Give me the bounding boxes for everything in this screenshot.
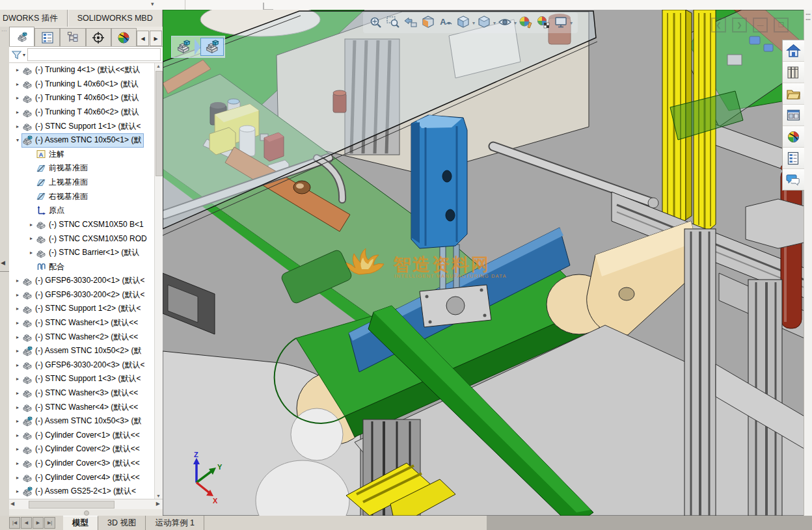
expand-arrow[interactable]: ▸ [13, 334, 22, 340]
tree-row[interactable]: ▸(-) STNC Washer<1> (默认<< [9, 316, 163, 330]
tree-row[interactable]: ▸(-) Assem STNC 10x50<3> (默 [9, 414, 163, 429]
expand-arrow[interactable]: ▸ [13, 488, 22, 494]
scroll-right-icon[interactable]: ▶ [156, 501, 160, 507]
taskpane-solidworks-forum-button[interactable] [783, 169, 804, 190]
tree-item[interactable]: 右视基准面 [36, 190, 90, 203]
tree-item[interactable]: (-) STNC Washer<4> (默认<< [22, 401, 140, 414]
tree-row[interactable]: ▸(-) Cylinder Cover<4> (默认<< [9, 470, 163, 484]
scroll-thumb[interactable] [29, 501, 115, 509]
tree-row[interactable]: ▸(-) Trunking 4<1> (默认<<默认 [9, 63, 163, 77]
expand-arrow[interactable]: ▸ [13, 124, 22, 129]
expand-arrow[interactable]: ▸ [13, 460, 22, 466]
expand-arrow[interactable]: ▸ [27, 250, 36, 256]
scroll-thumb[interactable] [156, 71, 163, 176]
tree-row[interactable]: ▸(-) Assem GS25-2<1> (默认< [9, 484, 163, 499]
previous-view-button[interactable] [403, 15, 419, 31]
tree-item[interactable]: (-) GFSP6-3030-200<1> (默认< [22, 274, 146, 287]
apply-scene-button[interactable] [536, 15, 552, 31]
tree-item[interactable]: 上视基准面 [36, 176, 90, 189]
ghost-minimize[interactable]: — [753, 18, 768, 33]
tree-item[interactable]: (-) Assem STNC 10x50<1> (默 [22, 134, 143, 147]
tree-item[interactable]: (-) Cylinder Cover<1> (默认<< [22, 429, 142, 442]
view-orientation-button[interactable]: ▾ [456, 15, 475, 31]
tree-item[interactable]: (-) STNC Washer<3> (默认<< [22, 386, 140, 399]
expand-arrow[interactable]: ▸ [13, 446, 22, 452]
tab-scroll-1[interactable]: ◀ [21, 517, 32, 529]
taskpane-design-library-button[interactable] [783, 62, 804, 83]
panel-splitter[interactable] [9, 509, 163, 516]
tree-item[interactable]: (-) Assem STNC 10x50<3> (默 [22, 415, 143, 428]
tree-item[interactable]: (-) STNC Washer<1> (默认<< [22, 316, 140, 329]
ribbon-tab-dworks-插件[interactable]: DWORKS 插件 [0, 10, 68, 27]
taskpane-custom-properties-button[interactable] [783, 148, 804, 169]
expand-arrow[interactable]: ▸ [13, 348, 22, 354]
tree-row[interactable]: 注解 [9, 148, 163, 162]
tree-item[interactable]: (-) GFSP6-3030-200<2> (默认< [22, 288, 146, 301]
tree-item[interactable]: (-) STNC CXSM10X50 ROD [36, 232, 149, 245]
taskpane-view-palette-button[interactable] [783, 105, 804, 126]
scroll-down-icon[interactable]: ▼ [156, 494, 161, 498]
tree-item[interactable]: (-) STNC Support 1<1> (默认< [22, 120, 142, 133]
section-view-button[interactable] [421, 15, 437, 31]
display-style-button[interactable]: ▾ [477, 15, 496, 31]
tree-row[interactable]: ▸(-) STNC Washer<4> (默认<< [9, 400, 163, 414]
tab-scroll-3[interactable]: ▶| [44, 517, 55, 529]
task-pane-strip[interactable]: •••••• [804, 10, 812, 530]
doc-tab-1[interactable]: 3D 视图 [98, 516, 146, 530]
expand-arrow[interactable]: ▸ [13, 362, 22, 368]
annotation-view-button[interactable] [439, 15, 454, 31]
taskpane-home-button[interactable] [783, 40, 804, 62]
expand-arrow[interactable]: ▸ [13, 292, 22, 298]
tree-item[interactable]: (-) Assem GS25-2<1> (默认< [22, 485, 138, 498]
tree-row[interactable]: 配合 [9, 259, 163, 274]
tree-item[interactable]: (-) GFSP6-3030-200<3> (默认< [22, 358, 146, 371]
tab-scroll-0[interactable]: |◀ [9, 517, 20, 529]
ribbon-tab-solidworks-mbd[interactable]: SOLIDWORKS MBD [68, 10, 163, 27]
view-orientation-caret-icon[interactable]: ▾ [472, 20, 475, 26]
tree-item[interactable]: 原点 [36, 204, 66, 217]
tree-item[interactable]: 配合 [36, 260, 66, 273]
filter-caret-icon[interactable]: ▾ [23, 52, 25, 58]
tree-row[interactable]: ▸(-) Trunking T 40x60<2> (默认 [9, 105, 163, 120]
tree-row[interactable]: ▸(-) Cylinder Cover<3> (默认<< [9, 457, 163, 471]
hide-show-items-button[interactable]: ▾ [498, 15, 517, 31]
panel-tab-displaymanager[interactable] [111, 28, 137, 46]
expand-arrow[interactable]: ▸ [13, 404, 22, 410]
tree-row[interactable]: ▸(-) STNC Washer<2> (默认<< [9, 330, 163, 344]
tree-item[interactable]: (-) STNC Support 1<3> (默认< [22, 373, 142, 386]
tree-vertical-scrollbar[interactable]: ▲ ▼ [154, 63, 163, 499]
3d-model-scene[interactable]: 智造资料网 INTELLIGENT MANUFACTURING DATA Z Y… [163, 10, 804, 516]
tree-row[interactable]: ▸(-) STNC CXSM10X50 ROD [9, 232, 163, 246]
expand-arrow[interactable]: ▸ [27, 222, 36, 228]
panel-tab-featuremanager-design-tree[interactable] [9, 27, 34, 46]
expand-arrow[interactable]: ▸ [13, 390, 22, 396]
tree-item[interactable]: (-) Assem STNC 10x50<2> (默 [22, 345, 143, 358]
tree-item[interactable]: (-) STNC Washer<2> (默认<< [22, 330, 140, 343]
taskpane-file-explorer-button[interactable] [783, 83, 804, 105]
expand-arrow[interactable]: ▸ [13, 376, 22, 382]
expand-arrow[interactable]: ▾ [13, 137, 22, 143]
panel-tab-scroll-left[interactable]: ◀ [137, 31, 149, 46]
tree-row[interactable]: ▸(-) Cylinder Cover<2> (默认<< [9, 442, 163, 457]
hide-show-items-caret-icon[interactable]: ▾ [514, 20, 517, 26]
expand-arrow[interactable]: ▸ [13, 278, 22, 284]
expand-arrow[interactable]: ▸ [13, 475, 22, 481]
display-style-caret-icon[interactable]: ▾ [493, 20, 496, 26]
tree-item[interactable]: (-) STNC Barrier<1> (默认 [36, 246, 141, 259]
tree-row[interactable]: ▸(-) STNC Support 1<3> (默认< [9, 372, 163, 386]
expand-arrow[interactable]: ▸ [13, 109, 22, 115]
scroll-left-icon[interactable]: ◀ [10, 501, 14, 507]
graphics-area[interactable]: 智造资料网 INTELLIGENT MANUFACTURING DATA Z Y… [163, 10, 804, 516]
ghost-doc-prev[interactable]: ❮ [711, 18, 726, 33]
scroll-up-icon[interactable]: ▲ [156, 64, 161, 68]
panel-collapse-icon[interactable]: ◀ [1, 259, 5, 266]
tree-horizontal-scrollbar[interactable]: ◀ ▶ [9, 499, 163, 509]
tree-row[interactable]: ▸(-) STNC Support 1<1> (默认< [9, 119, 163, 133]
tree-item[interactable]: (-) Cylinder Cover<3> (默认<< [22, 457, 142, 470]
tree-item[interactable]: (-) Cylinder Cover<2> (默认<< [22, 443, 142, 456]
toolbar-dropdown-caret[interactable]: ▾ [151, 1, 154, 7]
tree-item[interactable]: (-) STNC Support 1<2> (默认< [22, 302, 142, 315]
tree-item[interactable]: 前视基准面 [36, 162, 90, 175]
tree-item[interactable]: (-) Trunking T 40x60<1> (默认 [22, 92, 141, 105]
tree-row[interactable]: ▸(-) Assem STNC 10x50<2> (默 [9, 344, 163, 358]
